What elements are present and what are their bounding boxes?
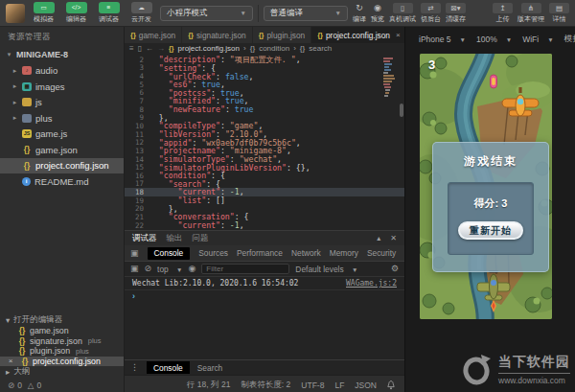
console-filter-input[interactable] [201, 264, 289, 274]
tree-item-images[interactable]: ▸ ▦ images [0, 79, 124, 95]
breadcrumb-search[interactable]: search [309, 44, 332, 53]
eol[interactable]: LF [334, 380, 344, 390]
log-source-link[interactable]: WAGame.js:2 [346, 279, 397, 288]
watermark-title: 当下软件园 [498, 354, 570, 374]
close-icon[interactable]: × [7, 357, 14, 365]
editor-button[interactable]: </> 编辑器 [62, 2, 90, 24]
panel-tab-problems[interactable]: 问题 [193, 233, 209, 244]
language-mode[interactable]: JSON [355, 380, 377, 390]
forward-icon[interactable]: → [157, 44, 165, 53]
tree-root[interactable]: ▾ MINIGAME-8 [0, 47, 124, 63]
close-icon[interactable]: ✕ [390, 234, 397, 242]
tree-item-readme[interactable]: i README.md [0, 173, 124, 190]
devtools-tab-security[interactable]: Security [367, 248, 396, 258]
watermark: 当下软件园 www.downxia.com [462, 353, 570, 385]
devtools-tab-performance[interactable]: Performance [237, 248, 283, 258]
panel-tab-output[interactable]: 输出 [167, 233, 183, 244]
open-editor-game-json[interactable]: {} game.json [0, 326, 124, 336]
open-editor-plugin-json[interactable]: {} plugin.json plus [0, 346, 124, 357]
open-editor-project-config-json[interactable]: × {} project.config.json [0, 357, 124, 367]
tree-item-project-config-json[interactable]: {} project.config.json [0, 158, 124, 174]
close-icon[interactable]: × [396, 31, 401, 39]
encoding[interactable]: UTF-8 [301, 380, 324, 390]
user-avatar[interactable] [6, 4, 25, 23]
tree-item-game-json[interactable]: {} game.json [0, 142, 124, 158]
tab-game-json[interactable]: {} game.json [125, 27, 182, 43]
compile-button[interactable]: ↻ 编译 [353, 3, 366, 24]
chevron-down-icon: ▼ [241, 10, 246, 16]
remote-debug-button[interactable]: ▯ 真机调试 [389, 3, 416, 24]
json-file-icon: {} [22, 146, 32, 154]
breadcrumb-file[interactable]: project.config.json [178, 44, 240, 53]
upload-button[interactable]: ↥ 上传 [493, 3, 513, 24]
clear-console-icon[interactable]: ⊘ [145, 265, 152, 273]
tab-signature-json[interactable]: {} signature.json [182, 27, 253, 43]
mode-dropdown[interactable]: 小程序模式 ▼ [160, 6, 253, 21]
problems-summary[interactable]: ⊘ 0 △ 0 [0, 378, 124, 392]
console-empty-area[interactable] [125, 302, 404, 359]
devtools-tab-sources[interactable]: Sources [198, 248, 228, 258]
editor-column: {} game.json {} signature.json {} plugin… [125, 27, 404, 392]
missile-sprite [491, 75, 497, 88]
devtools-tab-network[interactable]: Network [291, 248, 321, 258]
tree-item-audio[interactable]: ▸ ♪ audio [0, 63, 124, 80]
log-levels-dropdown[interactable]: Default levels ▼ [295, 265, 357, 274]
chevron-separator: › [243, 44, 246, 53]
console-sidebar-icon[interactable]: ▣ [130, 265, 139, 273]
breadcrumb-condition[interactable]: condition [259, 44, 289, 53]
bookmark-icon[interactable]: ▯ [138, 44, 142, 53]
open-editor-signature-json[interactable]: {} signature.json plus [0, 336, 124, 347]
console-prompt-row[interactable]: › [125, 290, 404, 302]
clear-cache-button[interactable]: ⊠▾ 清缓存 [446, 3, 466, 24]
simulator-button[interactable]: ▭ 模拟器 [30, 2, 58, 24]
drawer-tab-search[interactable]: Search [197, 363, 223, 373]
live-expression-eye-icon[interactable]: ◉ [188, 265, 196, 273]
plus-folder-icon [22, 114, 32, 123]
code-editor[interactable]: 2 "description": "项目配置文件. ",3 "setting":… [125, 54, 404, 230]
outline-header[interactable]: ▸ 大纲 [0, 366, 124, 378]
json-file-icon: {} [317, 31, 323, 39]
devtools-tab-memory[interactable]: Memory [330, 248, 358, 258]
tab-size[interactable]: 制表符长度: 2 [241, 380, 290, 391]
devtools-tab-console[interactable]: Console [148, 247, 191, 260]
tree-item-js[interactable]: ▸ js [0, 95, 124, 111]
preview-button[interactable]: ◉ 预览 [371, 3, 384, 24]
sidebar-spacer [0, 190, 124, 315]
debugger-button[interactable]: ≡ 调试器 [95, 2, 123, 24]
code-line[interactable]: 22 "current": -1, [125, 221, 404, 230]
version-control-button[interactable]: ⋔ 版本管理 [518, 3, 544, 24]
editor-scrollbar[interactable] [400, 104, 403, 117]
minimap[interactable] [382, 57, 398, 116]
inspect-device-icon[interactable]: ▣ [130, 249, 139, 258]
cloud-dev-button[interactable]: ☁ 云开发 [127, 2, 155, 24]
cursor-position[interactable]: 行 18, 列 21 [187, 380, 230, 391]
collapse-icon[interactable]: ▴ [377, 234, 380, 242]
kebab-menu-icon[interactable]: ⋮ [130, 363, 139, 372]
details-button[interactable]: ▤ 详情 [549, 3, 569, 24]
context-dropdown[interactable]: top ▼ [157, 265, 182, 274]
background-switch-button[interactable]: ⇄ 切后台 [421, 3, 441, 24]
tab-project-config-json[interactable]: {} project.config.json × [311, 27, 404, 43]
network-dropdown[interactable]: WiFi ▼ [522, 35, 553, 44]
tree-item-plus[interactable]: ▸ plus [0, 110, 124, 127]
drawer-tab-console[interactable]: Console [147, 361, 190, 374]
json-file-icon: {} [130, 31, 136, 39]
bell-icon[interactable] [387, 380, 395, 390]
chevron-down-icon: ▼ [335, 10, 341, 16]
back-icon[interactable]: ← [146, 44, 153, 53]
markdown-file-icon: i [22, 177, 31, 186]
phone-screen[interactable]: 3 游戏结束 得分: 3 重新开始 [420, 54, 552, 319]
restart-button[interactable]: 重新开始 [458, 221, 523, 240]
trash-icon: ⊠▾ [446, 3, 466, 13]
tab-plugin-json[interactable]: {} plugin.json [253, 27, 312, 43]
simulate-actions-dropdown[interactable]: 模拟操作 ▼ [564, 34, 575, 45]
zoom-dropdown[interactable]: 100% ▼ [476, 35, 512, 44]
menu-icon[interactable]: ≡ [129, 44, 134, 53]
device-dropdown[interactable]: iPhone 5 ▼ [419, 35, 466, 44]
cloud-icon: ☁ [131, 2, 152, 13]
settings-gear-icon[interactable]: ⚙ [391, 265, 399, 273]
open-editors-header[interactable]: ▾ 打开的编辑器 [0, 314, 124, 326]
tree-item-game-js[interactable]: JS game.js [0, 127, 124, 143]
compile-mode-dropdown[interactable]: 普通编译 ▼ [264, 6, 348, 21]
panel-tab-debugger[interactable]: 调试器 [132, 233, 157, 244]
